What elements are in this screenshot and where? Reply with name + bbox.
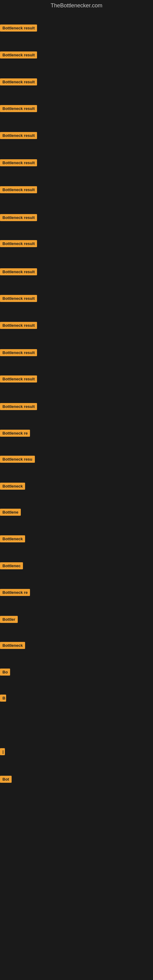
bottleneck-item-13[interactable]: Bottleneck result [0, 349, 37, 357]
bottleneck-item-12[interactable]: Bottleneck result [0, 322, 37, 330]
bottleneck-item-22[interactable]: Bottleneck re [0, 589, 30, 597]
site-title: TheBottlenecker.com [0, 0, 153, 11]
bottleneck-item-17[interactable]: Bottleneck resu [0, 456, 35, 464]
bottleneck-badge-18: Bottleneck [0, 483, 25, 490]
bottleneck-item-11[interactable]: Bottleneck result [0, 295, 37, 303]
bottleneck-item-16[interactable]: Bottleneck re [0, 430, 30, 438]
bottleneck-badge-13: Bottleneck result [0, 349, 37, 356]
bottleneck-badge-9: Bottleneck result [0, 240, 37, 247]
bottleneck-badge-21: Bottlenec [0, 562, 23, 569]
bottleneck-badge-17: Bottleneck resu [0, 456, 35, 463]
bottleneck-badge-28: | [0, 748, 5, 755]
bottleneck-badge-2: Bottleneck result [0, 51, 37, 59]
bottleneck-item-25[interactable]: Bo [0, 668, 10, 677]
bottleneck-item-24[interactable]: Bottleneck [0, 642, 25, 650]
bottleneck-item-14[interactable]: Bottleneck result [0, 375, 37, 384]
bottleneck-badge-10: Bottleneck result [0, 268, 37, 275]
bottleneck-badge-16: Bottleneck re [0, 430, 30, 437]
bottleneck-item-7[interactable]: Bottleneck result [0, 186, 37, 194]
bottleneck-item-29[interactable]: Bot [0, 776, 12, 784]
bottleneck-item-18[interactable]: Bottleneck [0, 483, 25, 491]
bottleneck-item-8[interactable]: Bottleneck result [0, 214, 37, 222]
bottleneck-item-1[interactable]: Bottleneck result [0, 24, 37, 33]
bottleneck-badge-3: Bottleneck result [0, 78, 37, 86]
bottleneck-item-2[interactable]: Bottleneck result [0, 51, 37, 60]
bottleneck-badge-12: Bottleneck result [0, 322, 37, 329]
bottleneck-item-20[interactable]: Bottleneck [0, 535, 25, 544]
bottleneck-badge-8: Bottleneck result [0, 214, 37, 221]
bottleneck-item-4[interactable]: Bottleneck result [0, 105, 37, 113]
bottleneck-item-9[interactable]: Bottleneck result [0, 240, 37, 248]
bottleneck-item-10[interactable]: Bottleneck result [0, 268, 37, 277]
bottleneck-item-28[interactable]: | [0, 748, 5, 756]
bottleneck-badge-6: Bottleneck result [0, 159, 37, 166]
bottleneck-item-21[interactable]: Bottlenec [0, 562, 23, 571]
bottleneck-badge-23: Bottler [0, 616, 18, 623]
bottleneck-item-3[interactable]: Bottleneck result [0, 78, 37, 87]
bottleneck-badge-29: Bot [0, 776, 12, 783]
bottleneck-badge-22: Bottleneck re [0, 589, 30, 596]
bottleneck-badge-19: Bottlene [0, 509, 21, 516]
bottleneck-item-26[interactable]: B [0, 695, 6, 703]
bottleneck-badge-14: Bottleneck result [0, 375, 37, 382]
bottleneck-badge-25: Bo [0, 668, 10, 676]
bottleneck-badge-15: Bottleneck result [0, 403, 37, 410]
bottleneck-item-23[interactable]: Bottler [0, 616, 18, 624]
bottleneck-badge-5: Bottleneck result [0, 132, 37, 139]
bottleneck-item-5[interactable]: Bottleneck result [0, 132, 37, 140]
bottleneck-badge-4: Bottleneck result [0, 105, 37, 112]
bottleneck-badge-1: Bottleneck result [0, 24, 37, 32]
bottleneck-badge-24: Bottleneck [0, 642, 25, 649]
bottleneck-item-15[interactable]: Bottleneck result [0, 403, 37, 411]
bottleneck-badge-11: Bottleneck result [0, 295, 37, 302]
bottleneck-item-19[interactable]: Bottlene [0, 509, 21, 517]
bottleneck-badge-20: Bottleneck [0, 535, 25, 542]
bottleneck-item-6[interactable]: Bottleneck result [0, 159, 37, 167]
bottleneck-badge-26: B [0, 695, 6, 702]
bottleneck-badge-7: Bottleneck result [0, 186, 37, 193]
